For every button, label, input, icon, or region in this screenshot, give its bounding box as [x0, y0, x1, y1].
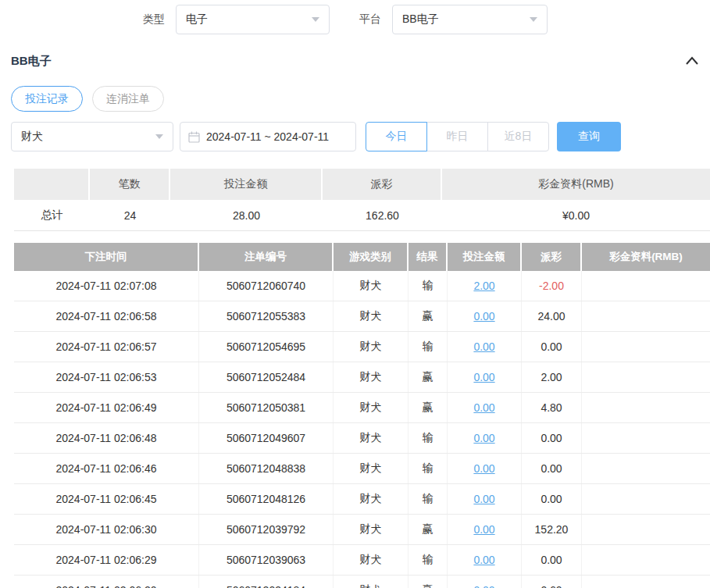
bet-amount-link[interactable]: 0.00: [473, 493, 494, 505]
type-select[interactable]: 电子: [176, 5, 330, 34]
bet-amount-cell: 0.00: [448, 484, 522, 514]
game-select[interactable]: 财犬: [11, 122, 173, 151]
game-type-cell: 财犬: [334, 545, 409, 575]
bet-amount-link[interactable]: 0.00: [473, 523, 494, 536]
quick-button-今日[interactable]: 今日: [366, 122, 427, 151]
bet-time-cell: 2024-07-11 02:06:29: [14, 545, 199, 575]
result-cell: 赢: [409, 301, 448, 331]
summary-total-cell: 总计: [14, 200, 90, 231]
chevron-up-icon: [685, 55, 699, 66]
collapse-button[interactable]: [685, 55, 699, 66]
records-header-cell: 投注金额: [448, 243, 522, 271]
summary-header-cell: [14, 169, 90, 200]
records-body: 2024-07-11 02:07:085060712060740财犬输2.00-…: [14, 271, 710, 588]
quick-button-昨日[interactable]: 昨日: [426, 122, 488, 151]
result-cell: 赢: [409, 362, 448, 392]
summary-total-cell: 162.60: [323, 200, 442, 231]
result-cell: 赢: [409, 393, 448, 422]
platform-label: 平台: [359, 12, 381, 27]
record-type-tabs: 投注记录连消注单: [11, 86, 710, 112]
bet-amount-link[interactable]: 0.00: [473, 401, 494, 414]
bet-time-cell: 2024-07-11 02:06:46: [14, 454, 199, 483]
order-id-cell: 5060712034184: [199, 576, 334, 588]
bet-amount-cell: 0.00: [448, 362, 522, 392]
section-title: BB电子: [11, 54, 52, 69]
records-header-cell: 下注时间: [14, 243, 199, 271]
order-id-cell: 5060712052484: [199, 362, 334, 392]
game-select-value: 财犬: [21, 130, 43, 144]
bet-amount-link[interactable]: 2.00: [473, 280, 494, 292]
records-header-cell: 结果: [409, 243, 448, 271]
search-button[interactable]: 查询: [557, 122, 621, 151]
records-header-cell: 彩金资料(RMB): [582, 243, 710, 271]
table-row: 2024-07-11 02:06:295060712039063财犬输0.000…: [14, 545, 710, 576]
bet-time-cell: 2024-07-11 02:06:49: [14, 393, 199, 422]
bet-time-cell: 2024-07-11 02:06:48: [14, 423, 199, 453]
bet-amount-link[interactable]: 0.00: [473, 584, 494, 588]
game-type-cell: 财犬: [334, 576, 409, 588]
query-bar: 财犬 2024-07-11 ~ 2024-07-11 今日昨日近8日 查询: [11, 122, 710, 151]
order-id-cell: 5060712055383: [199, 301, 334, 331]
result-cell: 赢: [409, 576, 448, 588]
table-row: 2024-07-11 02:06:585060712055383财犬赢0.002…: [14, 301, 710, 332]
records-table: 下注时间注单编号游戏类别结果投注金额派彩彩金资料(RMB) 2024-07-11…: [14, 243, 710, 588]
result-cell: 输: [409, 423, 448, 453]
payout-cell: 0.60: [522, 576, 582, 588]
summary-header-row: 笔数投注金额派彩彩金资料(RMB): [14, 169, 710, 200]
payout-cell: 2.00: [522, 362, 582, 392]
bonus-cell: [582, 301, 710, 331]
platform-select-value: BB电子: [402, 12, 439, 27]
table-row: 2024-07-11 02:06:455060712048126财犬输0.000…: [14, 484, 710, 515]
bet-time-cell: 2024-07-11 02:06:30: [14, 515, 199, 544]
table-row: 2024-07-11 02:06:305060712039792财犬赢0.001…: [14, 515, 710, 545]
bet-amount-link[interactable]: 0.00: [473, 462, 494, 475]
order-id-cell: 5060712039063: [199, 545, 334, 575]
bet-amount-link[interactable]: 0.00: [473, 340, 494, 353]
game-type-cell: 财犬: [334, 423, 409, 453]
summary-total-cell: 24: [90, 200, 170, 231]
game-type-cell: 财犬: [334, 454, 409, 483]
type-select-value: 电子: [186, 12, 208, 27]
date-range-input[interactable]: 2024-07-11 ~ 2024-07-11: [180, 122, 356, 151]
table-row: 2024-07-11 02:06:485060712049607财犬输0.000…: [14, 423, 710, 454]
date-range-value: 2024-07-11 ~ 2024-07-11: [206, 130, 329, 143]
quick-button-近8日[interactable]: 近8日: [487, 122, 549, 151]
bonus-cell: [582, 362, 710, 392]
bet-amount-link[interactable]: 0.00: [473, 310, 494, 323]
game-type-cell: 财犬: [334, 515, 409, 544]
payout-cell: 24.00: [522, 301, 582, 331]
bonus-cell: [582, 515, 710, 544]
summary-header-cell: 派彩: [323, 169, 442, 200]
order-id-cell: 5060712049607: [199, 423, 334, 453]
records-header-cell: 派彩: [522, 243, 582, 271]
bet-amount-link[interactable]: 0.00: [473, 371, 494, 383]
table-row: 2024-07-11 02:06:495060712050381财犬赢0.004…: [14, 393, 710, 423]
bet-amount-cell: 0.00: [448, 393, 522, 422]
payout-cell: 4.80: [522, 393, 582, 422]
bet-time-cell: 2024-07-11 02:06:53: [14, 362, 199, 392]
tab-投注记录[interactable]: 投注记录: [11, 86, 83, 112]
order-id-cell: 5060712054695: [199, 332, 334, 362]
summary-total-cell: ¥0.00: [442, 200, 710, 231]
bet-amount-cell: 2.00: [448, 271, 522, 301]
platform-select[interactable]: BB电子: [392, 5, 548, 34]
tab-连消注单[interactable]: 连消注单: [92, 86, 164, 112]
bet-time-cell: 2024-07-11 02:06:57: [14, 332, 199, 362]
game-type-cell: 财犬: [334, 301, 409, 331]
bet-amount-link[interactable]: 0.00: [473, 554, 494, 566]
bonus-cell: [582, 545, 710, 575]
bet-time-cell: 2024-07-11 02:07:08: [14, 271, 199, 301]
section-header: BB电子: [11, 53, 699, 69]
bet-amount-cell: 0.00: [448, 454, 522, 483]
summary-total-cell: 28.00: [170, 200, 323, 231]
result-cell: 赢: [409, 515, 448, 544]
payout-cell: 0.00: [522, 484, 582, 514]
order-id-cell: 5060712050381: [199, 393, 334, 422]
game-type-cell: 财犬: [334, 484, 409, 514]
game-type-cell: 财犬: [334, 332, 409, 362]
bet-amount-link[interactable]: 0.00: [473, 432, 494, 444]
records-header-cell: 游戏类别: [334, 243, 409, 271]
bet-time-cell: 2024-07-11 02:06:20: [14, 576, 199, 588]
bet-amount-cell: 0.00: [448, 332, 522, 362]
type-label: 类型: [143, 12, 165, 27]
